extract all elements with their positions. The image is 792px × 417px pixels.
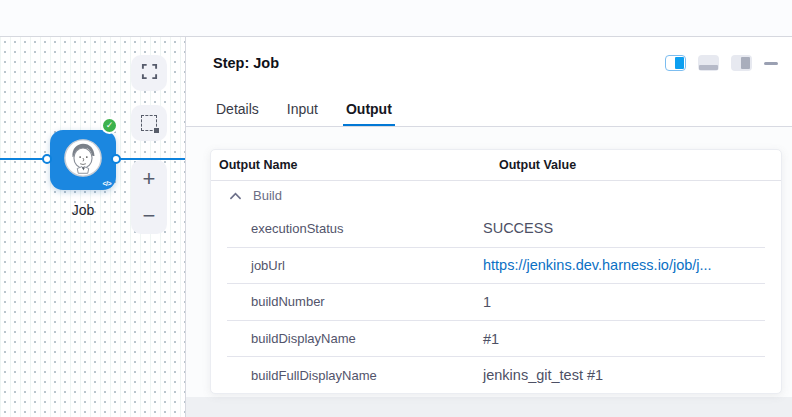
- window-controls: [665, 55, 778, 71]
- group-label: Build: [253, 188, 282, 203]
- zoom-controls: + −: [131, 160, 167, 234]
- column-output-value: Output Value: [499, 158, 576, 172]
- chevron-up-icon[interactable]: [226, 187, 244, 205]
- marquee-select-icon: [141, 115, 157, 131]
- node-label: Job: [38, 202, 128, 218]
- fullscreen-button[interactable]: [131, 55, 167, 91]
- output-tab-content: Output Name Output Value Build execution…: [186, 127, 792, 417]
- column-output-name: Output Name: [219, 158, 499, 172]
- split-view-icon[interactable]: [665, 55, 686, 71]
- jenkins-icon: [62, 137, 104, 183]
- panel-title: Step: Job: [213, 55, 279, 71]
- step-details-panel: Step: Job Details Input Output Output Na…: [186, 37, 792, 417]
- minimize-icon[interactable]: [764, 62, 778, 65]
- node-port-right[interactable]: [111, 154, 121, 164]
- tab-bar: Details Input Output: [186, 89, 792, 127]
- output-value-link[interactable]: https://jenkins.dev.harness.io/job/j...: [483, 257, 712, 273]
- output-name: buildNumber: [227, 294, 483, 309]
- output-value: 1: [483, 294, 491, 310]
- success-badge-icon: ✓: [101, 117, 118, 134]
- table-row: jobUrl https://jenkins.dev.harness.io/jo…: [227, 247, 765, 284]
- bottom-view-icon[interactable]: [698, 55, 719, 71]
- right-view-icon[interactable]: [731, 55, 752, 71]
- output-value: #1: [483, 331, 499, 347]
- tab-output[interactable]: Output: [343, 91, 395, 126]
- output-variables-card: Output Name Output Value Build execution…: [210, 149, 782, 394]
- expand-icon: [141, 63, 158, 83]
- marquee-select-button[interactable]: [131, 105, 167, 141]
- table-row: buildDisplayName #1: [227, 320, 765, 357]
- output-name: jobUrl: [227, 258, 483, 273]
- pipeline-canvas[interactable]: </> ✓ Job + −: [0, 37, 186, 417]
- table-row: executionStatus SUCCESS: [211, 210, 781, 247]
- zoom-in-button[interactable]: +: [131, 160, 167, 197]
- output-value: SUCCESS: [483, 220, 553, 236]
- top-bar: [0, 0, 792, 37]
- panel-header: Step: Job: [186, 37, 792, 89]
- table-row: buildNumber 1: [227, 283, 765, 320]
- output-value: jenkins_git_test #1: [483, 367, 603, 383]
- job-step-node[interactable]: </>: [50, 130, 116, 190]
- zoom-out-button[interactable]: −: [131, 197, 167, 234]
- output-name: executionStatus: [211, 221, 483, 236]
- tab-input[interactable]: Input: [284, 91, 321, 126]
- tab-details[interactable]: Details: [213, 91, 262, 126]
- group-row-build: Build: [211, 181, 781, 210]
- output-name: buildDisplayName: [227, 331, 483, 346]
- panel-footer-area: [186, 397, 792, 417]
- table-row: buildFullDisplayName jenkins_git_test #1: [227, 356, 765, 393]
- output-name: buildFullDisplayName: [227, 368, 483, 383]
- node-port-left[interactable]: [42, 154, 52, 164]
- table-header: Output Name Output Value: [211, 150, 781, 181]
- code-icon: </>: [102, 180, 111, 187]
